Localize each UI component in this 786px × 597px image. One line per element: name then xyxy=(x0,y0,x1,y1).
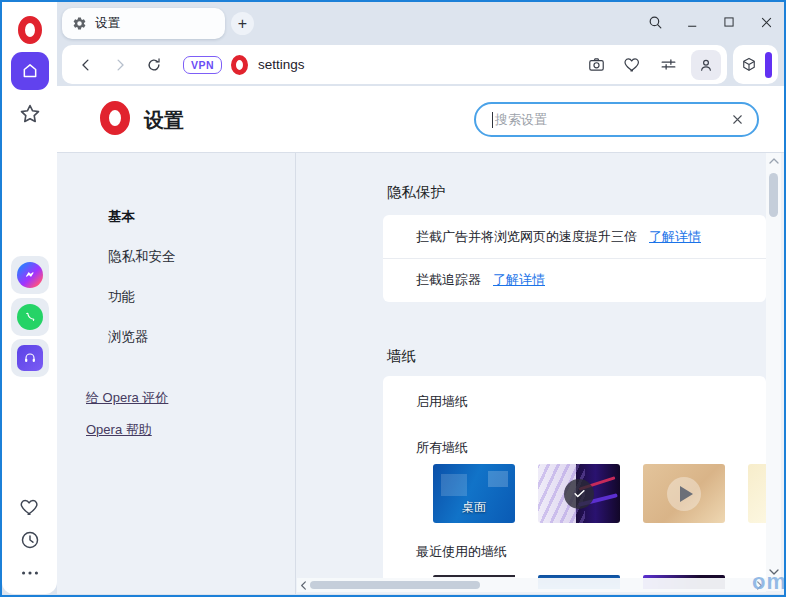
horizontal-scroll-thumb[interactable] xyxy=(310,581,480,589)
privacy-card: 拦截广告并将浏览网页的速度提升三倍 了解详情 拦截追踪器 了解详情 xyxy=(383,215,766,302)
wallpaper-thumb-selected[interactable] xyxy=(538,464,620,523)
browser-chrome: 设置 + xyxy=(57,2,784,86)
adblock-row[interactable]: 拦截广告并将浏览网页的速度提升三倍 了解详情 xyxy=(383,215,766,258)
home-button[interactable] xyxy=(11,52,49,90)
new-tab-button[interactable]: + xyxy=(231,12,254,35)
cube-icon xyxy=(740,56,758,74)
profile-button[interactable] xyxy=(691,50,721,80)
horizontal-scrollbar[interactable] xyxy=(297,578,766,592)
opera-logo xyxy=(100,101,130,135)
settings-nav: 基本 隐私和安全 功能 浏览器 给 Opera 评价 Opera 帮助 xyxy=(57,153,296,594)
clear-search-button[interactable] xyxy=(730,112,745,127)
reload-button[interactable] xyxy=(145,56,163,74)
selected-check-badge xyxy=(564,479,594,509)
camera-icon xyxy=(587,55,606,74)
minimize-icon xyxy=(685,15,700,30)
address-bar[interactable]: VPN settings xyxy=(62,45,727,84)
recent-wallpapers-label: 最近使用的墙纸 xyxy=(416,543,507,561)
tab-settings[interactable]: 设置 xyxy=(62,8,225,39)
wallpaper-thumb-rays[interactable] xyxy=(748,464,766,523)
gear-icon xyxy=(72,16,87,31)
text-caret xyxy=(492,112,493,128)
vpn-badge[interactable]: VPN xyxy=(183,56,222,74)
adblock-label: 拦截广告并将浏览网页的速度提升三倍 xyxy=(416,228,637,246)
close-button[interactable] xyxy=(754,10,778,34)
settings-content: 隐私保护 拦截广告并将浏览网页的速度提升三倍 了解详情 拦截追踪器 了解详情 墙… xyxy=(297,153,784,594)
nav-item-browser[interactable]: 浏览器 xyxy=(108,328,149,346)
sidebar-setup-button[interactable] xyxy=(19,562,41,584)
rate-opera-link[interactable]: 给 Opera 评价 xyxy=(86,389,168,407)
nav-item-privacy[interactable]: 隐私和安全 xyxy=(108,248,176,266)
settings-page: 设置 搜索设置 基本 隐私和安全 功能 浏览器 给 Opera 评价 Opera… xyxy=(57,86,784,594)
messenger-button[interactable] xyxy=(11,256,49,294)
settings-header: 设置 搜索设置 xyxy=(57,86,784,152)
all-wallpapers-label: 所有墙纸 xyxy=(383,411,766,457)
vertical-scrollbar[interactable] xyxy=(766,153,781,591)
player-button[interactable] xyxy=(11,339,49,377)
forward-button[interactable] xyxy=(111,56,129,74)
wallpaper-thumb-desktop[interactable]: 桌面 xyxy=(433,464,515,523)
home-icon xyxy=(20,61,40,81)
nav-item-basic[interactable]: 基本 xyxy=(108,208,135,226)
opera-help-link[interactable]: Opera 帮助 xyxy=(86,421,152,439)
wallpaper-card: 启用墙纸 所有墙纸 桌面 xyxy=(383,376,766,592)
tune-icon xyxy=(659,55,678,74)
settings-body: 基本 隐私和安全 功能 浏览器 给 Opera 评价 Opera 帮助 隐私保护… xyxy=(57,152,784,594)
opera-site-icon xyxy=(231,55,248,75)
enable-wallpaper-label[interactable]: 启用墙纸 xyxy=(383,376,766,411)
whatsapp-icon xyxy=(17,304,43,330)
wallpaper-section-title: 墙纸 xyxy=(387,347,416,366)
search-icon xyxy=(647,14,664,31)
maximize-button[interactable] xyxy=(717,10,741,34)
minimize-button[interactable] xyxy=(680,10,704,34)
heart-icon xyxy=(19,496,41,518)
whatsapp-button[interactable] xyxy=(11,298,49,336)
add-to-favorites-button[interactable] xyxy=(623,55,642,74)
browser-sidebar xyxy=(2,2,57,594)
history-button[interactable] xyxy=(19,529,41,551)
chevron-up-icon[interactable] xyxy=(768,156,780,166)
maximize-icon xyxy=(722,15,736,29)
forward-icon xyxy=(111,56,129,74)
tracker-learn-more-link[interactable]: 了解详情 xyxy=(493,271,545,289)
settings-search-box[interactable]: 搜索设置 xyxy=(474,102,759,137)
tab-label: 设置 xyxy=(95,15,120,32)
favorites-button[interactable] xyxy=(19,496,41,518)
bookmarks-star-button[interactable] xyxy=(18,102,42,126)
opera-logo xyxy=(18,16,42,44)
messenger-icon xyxy=(17,262,43,288)
heart-icon xyxy=(623,55,642,74)
ellipsis-icon xyxy=(19,562,41,584)
wallpaper-thumb-video[interactable] xyxy=(643,464,725,523)
privacy-section-title: 隐私保护 xyxy=(387,183,445,202)
adblock-learn-more-link[interactable]: 了解详情 xyxy=(649,228,701,246)
tab-search-button[interactable] xyxy=(643,10,667,34)
url-text[interactable]: settings xyxy=(258,57,305,72)
nav-item-features[interactable]: 功能 xyxy=(108,288,135,306)
history-icon xyxy=(19,529,41,551)
wallpaper-thumb-label: 桌面 xyxy=(433,499,515,516)
tracker-label: 拦截追踪器 xyxy=(416,271,481,289)
check-icon xyxy=(572,486,587,501)
reload-icon xyxy=(145,56,163,74)
tracker-row[interactable]: 拦截追踪器 了解详情 xyxy=(383,258,766,301)
close-icon xyxy=(759,15,774,30)
watermark-text: om xyxy=(752,569,786,595)
plus-icon: + xyxy=(238,16,247,32)
sidebar-toggle-pill[interactable] xyxy=(765,52,772,78)
headphones-icon xyxy=(17,345,43,371)
extensions-button[interactable] xyxy=(740,56,758,74)
easy-setup-button[interactable] xyxy=(659,55,678,74)
chevron-left-icon[interactable] xyxy=(299,580,308,591)
search-placeholder: 搜索设置 xyxy=(495,111,730,129)
play-icon xyxy=(667,477,701,511)
page-title: 设置 xyxy=(144,107,184,134)
back-icon xyxy=(77,56,95,74)
vertical-scroll-thumb[interactable] xyxy=(769,173,778,217)
back-button[interactable] xyxy=(77,56,95,74)
wallpaper-thumbnails: 桌面 xyxy=(433,464,766,523)
snapshot-button[interactable] xyxy=(587,55,606,74)
star-icon xyxy=(18,102,42,126)
profile-icon xyxy=(697,56,715,74)
extensions-panel xyxy=(733,45,778,84)
